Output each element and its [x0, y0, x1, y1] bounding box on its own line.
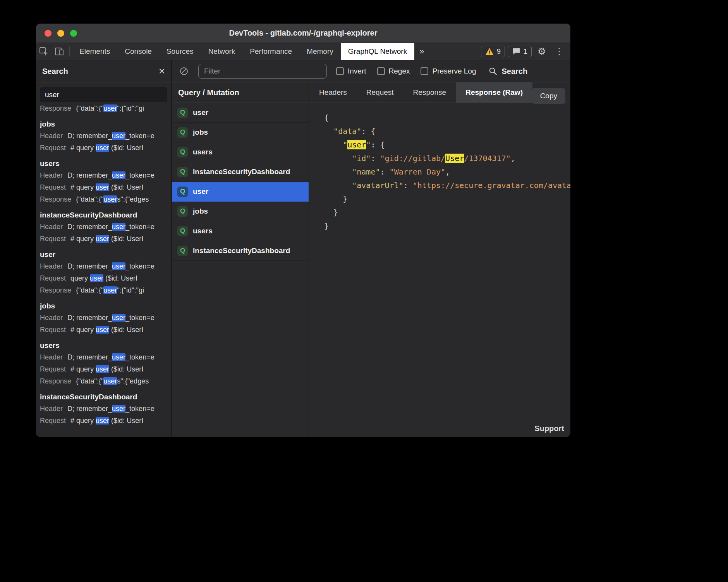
match-highlight: user — [112, 314, 125, 322]
detail-tab-response[interactable]: Response — [403, 82, 456, 103]
result-line-label: Header — [40, 221, 63, 233]
search-result-line[interactable]: Request# query user ($id: UserI — [40, 181, 167, 193]
result-text: {"data":{" — [76, 377, 103, 385]
result-text: _token=e — [125, 171, 155, 179]
search-input[interactable] — [40, 87, 167, 102]
search-input-wrap — [36, 82, 171, 104]
json-token: " — [366, 140, 371, 149]
more-tabs-button[interactable]: » — [414, 43, 429, 60]
search-result-title[interactable]: users — [40, 154, 167, 169]
result-text: ($id: UserI — [109, 417, 143, 425]
query-item-users[interactable]: Qusers — [172, 221, 309, 241]
search-result-line[interactable]: Response{"data":{"users":{"edges — [40, 193, 167, 205]
minimize-window-button[interactable] — [57, 30, 64, 37]
search-result-line[interactable]: Request# query user ($id: UserI — [40, 324, 167, 336]
support-link[interactable]: Support — [534, 424, 564, 433]
search-result-line[interactable]: Request# query user ($id: UserI — [40, 415, 167, 427]
search-result-line[interactable]: HeaderD; remember_user_token=e — [40, 312, 167, 324]
search-result-title[interactable]: instanceSecurityDashboard — [40, 205, 167, 221]
result-text: # query — [70, 183, 96, 191]
checkbox-preserve-log[interactable]: Preserve Log — [421, 67, 476, 75]
query-item-instancesecuritydashboard[interactable]: QinstanceSecurityDashboard — [172, 162, 309, 182]
detail-tab-response-raw[interactable]: Response (Raw) — [456, 82, 532, 103]
filter-input[interactable] — [198, 64, 327, 79]
query-type-badge: Q — [177, 206, 188, 217]
json-token: } — [324, 194, 347, 204]
close-search-panel-icon[interactable]: × — [159, 66, 165, 77]
tab-memory[interactable]: Memory — [299, 43, 341, 60]
query-item-users[interactable]: Qusers — [172, 142, 309, 162]
search-result-line[interactable]: Response{"data":{"user":{"id":"gi — [40, 284, 167, 296]
query-item-instancesecuritydashboard[interactable]: QinstanceSecurityDashboard — [172, 241, 309, 261]
match-highlight: user — [112, 353, 125, 361]
search-result-line[interactable]: Requestquery user ($id: UserI — [40, 272, 167, 284]
issues-badge[interactable]: 1 — [508, 46, 532, 57]
result-line-content: D; remember_user_token=e — [67, 351, 155, 363]
json-token — [324, 140, 343, 149]
result-line-label: Request — [40, 181, 66, 193]
search-result-line[interactable]: HeaderD; remember_user_token=e — [40, 169, 167, 181]
result-line-content: # query user ($id: UserI — [70, 363, 143, 375]
checkbox-invert[interactable]: Invert — [336, 67, 366, 75]
search-result-line[interactable]: Response{"data":{"user":{"id":"gi — [40, 104, 167, 115]
result-line-label: Response — [40, 284, 71, 296]
json-token: : { — [361, 127, 375, 136]
result-line-label: Response — [40, 104, 71, 115]
search-result-line[interactable]: HeaderD; remember_user_token=e — [40, 221, 167, 233]
search-result-line[interactable]: Request# query user ($id: UserI — [40, 142, 167, 154]
search-result-line[interactable]: HeaderD; remember_user_token=e — [40, 130, 167, 142]
query-panel-title: Query / Mutation — [172, 82, 309, 103]
json-match-highlight: User — [445, 154, 464, 163]
close-window-button[interactable] — [45, 30, 52, 37]
search-result-title[interactable]: jobs — [40, 296, 167, 312]
tab-console[interactable]: Console — [117, 43, 159, 60]
search-result-line[interactable]: HeaderD; remember_user_token=e — [40, 260, 167, 272]
traffic-lights — [45, 30, 77, 37]
zoom-window-button[interactable] — [70, 30, 77, 37]
tab-elements[interactable]: Elements — [72, 43, 117, 60]
query-type-badge: Q — [177, 127, 188, 138]
query-item-jobs[interactable]: Qjobs — [172, 202, 309, 221]
toolbar-search-label: Search — [501, 67, 527, 76]
search-result-title[interactable]: jobs — [40, 115, 167, 130]
detail-tab-headers[interactable]: Headers — [309, 82, 357, 103]
result-line-content: D; remember_user_token=e — [67, 169, 155, 181]
search-result-line[interactable]: Request# query user ($id: UserI — [40, 363, 167, 375]
match-highlight: user — [96, 326, 109, 334]
tab-network[interactable]: Network — [201, 43, 243, 60]
result-line-label: Response — [40, 375, 71, 387]
json-token: : { — [371, 140, 385, 149]
tab-sources[interactable]: Sources — [159, 43, 201, 60]
device-toolbar-icon — [54, 46, 65, 57]
search-result-title[interactable]: user — [40, 245, 167, 260]
query-item-user[interactable]: Quser — [172, 182, 309, 202]
detail-tab-request[interactable]: Request — [357, 82, 403, 103]
settings-button[interactable]: ⚙ — [534, 43, 549, 60]
json-match-highlight: user — [347, 140, 366, 149]
checkbox-icon — [377, 67, 385, 75]
copy-button[interactable]: Copy — [532, 88, 565, 104]
result-text: # query — [70, 365, 96, 373]
tab-performance[interactable]: Performance — [242, 43, 299, 60]
search-result-line[interactable]: HeaderD; remember_user_token=e — [40, 351, 167, 363]
search-results: Response{"data":{"user":{"id":"gijobsHea… — [40, 104, 167, 437]
toolbar-search-button[interactable]: Search — [488, 67, 527, 76]
search-result-line[interactable]: Request# query user ($id: UserI — [40, 233, 167, 245]
clear-log-icon[interactable] — [179, 66, 189, 76]
result-line-label: Header — [40, 260, 63, 272]
tab-graphql-network[interactable]: GraphQL Network — [341, 43, 414, 60]
json-token: "https://secure.gravatar.com/avatar — [413, 181, 570, 190]
query-item-user[interactable]: Quser — [172, 103, 309, 123]
device-toolbar-button[interactable] — [52, 43, 67, 60]
search-result-line[interactable]: Response{"data":{"users":{"edges — [40, 375, 167, 387]
inspect-element-button[interactable] — [36, 43, 52, 60]
devtools-menu-button[interactable]: ⋮ — [552, 43, 567, 60]
checkbox-regex[interactable]: Regex — [377, 67, 410, 75]
search-result-line[interactable]: HeaderD; remember_user_token=e — [40, 403, 167, 415]
json-line: "id": "gid://gitlab/User/13704317", — [324, 152, 570, 165]
search-result-title[interactable]: users — [40, 336, 167, 351]
warnings-badge[interactable]: 9 — [481, 46, 505, 57]
query-item-jobs[interactable]: Qjobs — [172, 123, 309, 142]
result-line-content: D; remember_user_token=e — [67, 221, 155, 233]
search-result-title[interactable]: instanceSecurityDashboard — [40, 387, 167, 403]
